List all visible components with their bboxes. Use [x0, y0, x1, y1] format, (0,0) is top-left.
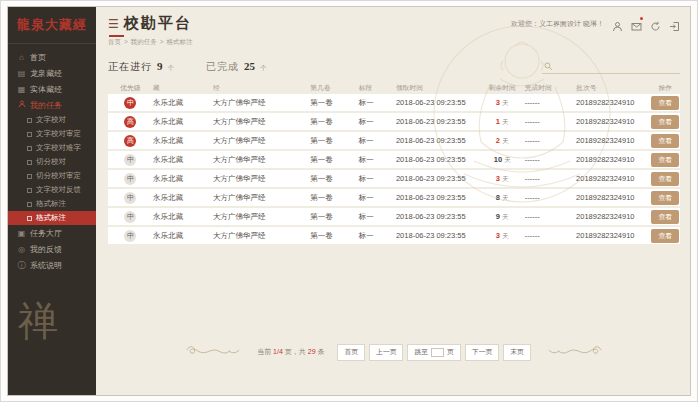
sidebar-item-label: 首页 — [30, 52, 46, 63]
col-header-volume: 第几卷 — [308, 83, 357, 93]
breadcrumb-current: 格式标注 — [167, 38, 193, 45]
sidebar-item-text-proofread-review[interactable]: 文字校对审定 — [8, 127, 96, 141]
pagination-total-label: 条 — [317, 348, 324, 355]
sidebar-item-text-proofread-hard-chars[interactable]: 文字校对难字 — [8, 141, 96, 155]
cell-sutra: 大方广佛华严经 — [211, 155, 308, 165]
sidebar-item-longquan-canon[interactable]: ▤ 龙泉藏经 — [8, 65, 96, 81]
cell-section: 标一 — [357, 155, 394, 165]
sidebar-item-segment-proofread[interactable]: 切分校对 — [8, 155, 96, 169]
cell-canon: 永乐北藏 — [151, 136, 211, 146]
view-button[interactable]: 查看 — [651, 153, 679, 167]
pagination-current-label: 当前 — [257, 348, 271, 355]
cell-volume: 第一卷 — [308, 98, 357, 108]
hamburger-icon[interactable]: ☰ — [108, 18, 119, 30]
sidebar-item-label: 实体藏经 — [30, 84, 62, 95]
breadcrumb-home[interactable]: 首页 — [108, 38, 121, 45]
cell-volume: 第一卷 — [308, 231, 357, 241]
sub-item-icon — [27, 146, 32, 151]
tab-unit: 个 — [260, 64, 267, 71]
remaining-days: 3 — [496, 174, 500, 183]
view-button[interactable]: 查看 — [651, 96, 679, 110]
cell-sutra: 大方广佛华严经 — [211, 174, 308, 184]
view-button[interactable]: 查看 — [651, 229, 679, 243]
sidebar-item-text-proofread[interactable]: 文字校对 — [8, 113, 96, 127]
cell-remaining-time: 1 天 — [480, 117, 523, 127]
sidebar-item-my-tasks[interactable]: 我的任务 — [8, 97, 96, 113]
sidebar-item-format-annotation-active[interactable]: 格式标注 — [8, 211, 96, 225]
tabs-row: 正在进行 9 个 已完成 25 个 — [108, 56, 680, 74]
remaining-unit: 天 — [502, 137, 509, 144]
sidebar-item-home[interactable]: ⌂ 首页 — [8, 49, 96, 65]
next-page-button[interactable]: 下一页 — [465, 344, 499, 361]
message-icon[interactable] — [631, 18, 642, 29]
entity-canon-icon: ▦ — [17, 85, 26, 94]
breadcrumb: 首页>我的任务>格式标注 — [108, 38, 193, 47]
view-button[interactable]: 查看 — [651, 210, 679, 224]
remaining-days: 10 — [494, 155, 502, 164]
view-button[interactable]: 查看 — [651, 172, 679, 186]
cell-batch-number: 20189282324910 — [574, 117, 648, 126]
cell-remaining-time: 3 天 — [480, 231, 523, 241]
cell-canon: 永乐北藏 — [151, 98, 211, 108]
remaining-unit: 天 — [502, 118, 509, 125]
sub-item-icon — [27, 188, 32, 193]
cell-remaining-time: 10 天 — [480, 155, 523, 165]
prev-page-button[interactable]: 上一页 — [369, 344, 403, 361]
sidebar-item-entity-canon[interactable]: ▦ 实体藏经 — [8, 81, 96, 97]
jump-page-control[interactable]: 跳至 页 — [407, 344, 460, 361]
sidebar-item-format-annotation[interactable]: 格式标注 — [8, 197, 96, 211]
cell-completed-time: ------ — [523, 98, 574, 107]
view-button[interactable]: 查看 — [651, 134, 679, 148]
tab-unit: 个 — [168, 64, 175, 71]
cell-sutra: 大方广佛华严经 — [211, 117, 308, 127]
tab-in-progress[interactable]: 正在进行 9 个 — [108, 56, 174, 74]
table-row: 中 永乐北藏 大方广佛华严经 第一卷 标一 2018-06-23 09:23:5… — [108, 151, 680, 168]
search-input[interactable] — [553, 61, 680, 71]
breadcrumb-my-tasks[interactable]: 我的任务 — [131, 38, 157, 45]
main-content: ☰ 校勘平台 首页>我的任务>格式标注 欢迎您：义工界面设计 晓琳！ — [96, 7, 690, 395]
breadcrumb-separator: > — [124, 38, 128, 45]
first-page-button[interactable]: 首页 — [337, 344, 365, 361]
cell-remaining-time: 2 天 — [480, 136, 523, 146]
sidebar-item-my-feedback[interactable]: ◎ 我的反馈 — [8, 241, 96, 257]
flourish-ornament-left — [182, 343, 244, 361]
remaining-unit: 天 — [502, 175, 509, 182]
tab-completed[interactable]: 已完成 25 个 — [206, 56, 267, 74]
user-icon[interactable] — [612, 18, 623, 29]
pagination-total-value: 29 — [308, 348, 316, 355]
jump-page-input[interactable] — [431, 348, 444, 357]
view-button[interactable]: 查看 — [651, 191, 679, 205]
app-window: 龍泉大藏經 ⌂ 首页 ▤ 龙泉藏经 ▦ 实体藏经 我的任务 文字校对 文字校对审… — [7, 6, 691, 396]
sidebar-seal-watermark: 禅 — [18, 294, 58, 349]
cell-received-time: 2018-06-23 09:23:55 — [394, 174, 480, 183]
last-page-button[interactable]: 末页 — [503, 344, 531, 361]
sidebar-item-label: 文字校对难字 — [36, 143, 81, 153]
sidebar-item-label: 我的任务 — [30, 100, 62, 111]
sidebar-item-task-hall[interactable]: ▣ 任务大厅 — [8, 225, 96, 241]
tab-count: 25 — [244, 60, 255, 72]
remaining-days: 8 — [496, 193, 500, 202]
sidebar-item-segment-proofread-review[interactable]: 切分校对审定 — [8, 169, 96, 183]
sidebar-item-label: 切分校对审定 — [36, 171, 81, 181]
cell-completed-time: ------ — [523, 231, 574, 240]
sidebar-item-system-info[interactable]: ⓘ 系统说明 — [8, 257, 96, 273]
logout-icon[interactable] — [669, 18, 680, 29]
sub-item-icon — [27, 132, 32, 137]
priority-badge: 中 — [124, 192, 136, 204]
sidebar-item-label: 格式标注 — [36, 213, 66, 223]
remaining-unit: 天 — [502, 232, 509, 239]
cell-batch-number: 20189282324910 — [574, 174, 648, 183]
view-button[interactable]: 查看 — [651, 115, 679, 129]
cell-section: 标一 — [357, 174, 394, 184]
table-row: 中 永乐北藏 大方广佛华严经 第一卷 标一 2018-06-23 09:23:5… — [108, 227, 680, 244]
cell-remaining-time: 8 天 — [480, 193, 523, 203]
table-row: 中 永乐北藏 大方广佛华严经 第一卷 标一 2018-06-23 09:23:5… — [108, 94, 680, 111]
remaining-days: 3 — [496, 98, 500, 107]
history-icon[interactable] — [650, 18, 661, 29]
remaining-unit: 天 — [502, 213, 509, 220]
cell-completed-time: ------ — [523, 155, 574, 164]
jump-suffix-label: 页 — [447, 347, 454, 357]
sidebar-item-text-proofread-feedback[interactable]: 文字校对反馈 — [8, 183, 96, 197]
cell-received-time: 2018-06-23 09:23:55 — [394, 212, 480, 221]
notification-dot — [640, 17, 643, 20]
